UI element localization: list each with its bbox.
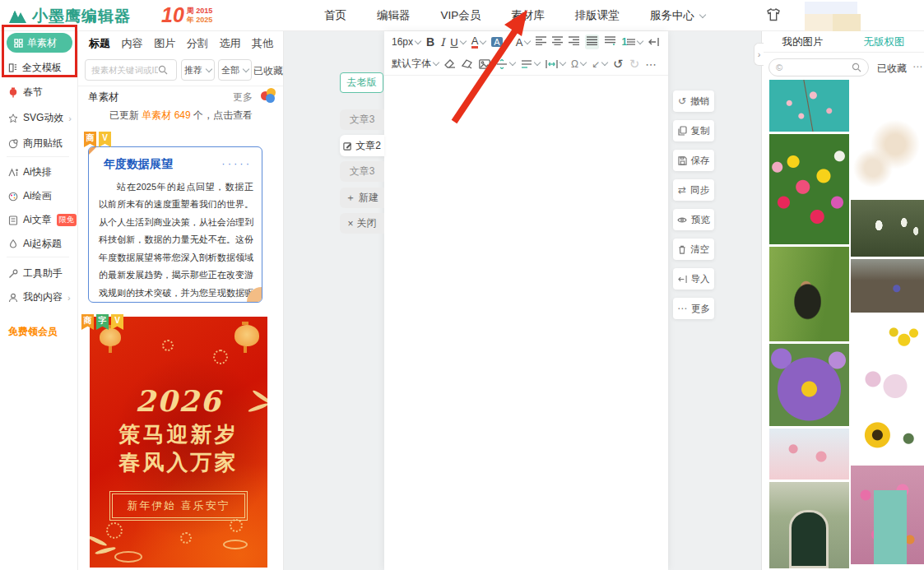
format-painter-icon[interactable]	[462, 59, 473, 69]
free-membership-link[interactable]: 免费领会员	[8, 325, 58, 339]
nav-vip[interactable]: VIP会员	[441, 8, 481, 23]
gallery-favorites-link[interactable]: 已收藏	[877, 62, 907, 76]
sidebar-item-spring-festival[interactable]: 春节	[8, 86, 43, 100]
background-color-button[interactable]: A	[491, 37, 509, 47]
nav-editor[interactable]: 编辑器	[377, 8, 411, 23]
letter-spacing-button[interactable]: A	[516, 36, 531, 49]
divider-insert-icon[interactable]	[496, 59, 515, 69]
gallery-image-magnolia-flowers[interactable]	[851, 363, 924, 410]
bold-button[interactable]: B	[426, 35, 434, 49]
font-family-select[interactable]: 默认字体	[392, 57, 439, 71]
eraser-icon[interactable]	[444, 59, 456, 69]
filter-all-dropdown[interactable]: 全部	[218, 59, 252, 81]
article-tab-1[interactable]: 文章3	[340, 109, 384, 130]
filter-recommend-dropdown[interactable]: 推荐	[181, 59, 215, 81]
gallery-image-man-lying-in-grass[interactable]	[769, 247, 849, 341]
gallery-image-green-door-with-ivy[interactable]	[769, 482, 849, 568]
material-search-input[interactable]	[86, 65, 158, 75]
update-notice[interactable]: 已更新 单素材 649 个，点击查看	[78, 109, 284, 123]
corner-arrow-icon[interactable]: ↙	[592, 58, 607, 70]
nav-material-library[interactable]: 素材库	[511, 8, 545, 23]
redo-icon[interactable]: ↻	[629, 57, 640, 72]
highlight-lamp-icon[interactable]: Ω	[571, 58, 586, 70]
gallery-image-yellow-flower-branch[interactable]	[851, 315, 924, 360]
margin-spacing-icon[interactable]	[546, 59, 565, 69]
close-tab-button[interactable]: ×关闭	[340, 213, 384, 234]
align-right-button[interactable]	[569, 36, 579, 48]
legacy-version-button[interactable]: 去老版	[340, 72, 383, 93]
sidebar-item-single-material[interactable]: 单素材	[7, 33, 72, 53]
font-color-button[interactable]: A	[471, 36, 486, 49]
sidebar-item-ai-article[interactable]: Ai文章 限免	[8, 213, 77, 227]
gallery-image-purple-primrose[interactable]	[769, 344, 849, 426]
tab-title[interactable]: 标题	[89, 36, 110, 51]
sync-button[interactable]: ⇄同步	[673, 179, 714, 201]
sidebar-item-full-template[interactable]: 全文模板	[8, 61, 62, 75]
material-card-annual-outlook[interactable]: 年度数据展望 ····· 站在2025年的起点回望，数据正以前所未有的速度重塑着…	[88, 146, 262, 303]
underline-button[interactable]: U	[450, 36, 465, 49]
material-search-box[interactable]	[85, 59, 177, 81]
insert-image-icon[interactable]	[479, 59, 490, 69]
align-center-button[interactable]	[552, 36, 563, 48]
undo-icon[interactable]: ↺	[613, 57, 624, 72]
more-tools-button[interactable]: ⋯更多	[673, 298, 714, 319]
font-size-select[interactable]: 16px	[392, 36, 420, 48]
indent-button[interactable]	[648, 37, 659, 47]
list-style-icon[interactable]	[521, 59, 540, 69]
gallery-image-cherry-blossom-teal-sky[interactable]	[769, 80, 849, 132]
gallery-image-snowdrop-flowers[interactable]	[851, 200, 924, 257]
shirt-icon[interactable]	[765, 7, 782, 26]
sidebar-item-stickers[interactable]: 商用贴纸	[8, 137, 63, 151]
tab-divider[interactable]: 分割	[187, 36, 208, 51]
nav-service-center[interactable]: 服务中心	[650, 8, 705, 23]
gallery-image-pink-blossom-teal-door[interactable]	[851, 466, 924, 564]
app-logo[interactable]: 小墨鹰编辑器	[8, 6, 131, 27]
gallery-image-sunflower[interactable]	[851, 412, 924, 463]
editor-canvas[interactable]	[384, 76, 668, 570]
star-badge-icon	[8, 114, 18, 123]
sidebar-item-ai-layout[interactable]: Ai快排	[8, 165, 52, 179]
search-icon[interactable]	[852, 63, 861, 72]
import-button[interactable]: 导入	[673, 268, 714, 290]
clear-button[interactable]: 清空	[673, 239, 714, 260]
sidebar-item-svg-effects[interactable]: SVG动效›	[8, 111, 72, 125]
gallery-image-pink-blossom-branches[interactable]	[769, 429, 849, 480]
gallery-image-ground-with-crocus[interactable]	[851, 259, 924, 313]
align-justify-button-active[interactable]	[585, 35, 599, 49]
article-tab-2-active[interactable]: 文章2	[340, 135, 384, 156]
nav-home[interactable]: 首页	[324, 8, 346, 23]
panel-collapse-handle[interactable]: ›	[754, 43, 764, 66]
palette-colors-icon[interactable]	[261, 88, 276, 103]
nav-layout-class[interactable]: 排版课堂	[575, 8, 620, 23]
tab-my-images[interactable]: 我的图片	[762, 31, 843, 52]
save-button[interactable]: 保存	[673, 150, 714, 171]
tab-selected[interactable]: 选用	[219, 36, 240, 51]
sidebar-item-ai-title[interactable]: Ai起标题	[8, 237, 62, 251]
new-tab-button[interactable]: ＋新建	[340, 188, 384, 208]
gallery-more-icon[interactable]: ⋯	[912, 61, 922, 72]
tab-image[interactable]: 图片	[154, 36, 175, 51]
italic-button[interactable]: I	[440, 36, 444, 49]
gallery-image-colorful-tulips[interactable]	[769, 134, 849, 244]
sidebar-item-my-content[interactable]: 我的内容›	[8, 290, 71, 304]
align-dispersed-button[interactable]	[605, 36, 615, 48]
more-link[interactable]: 更多	[233, 90, 253, 104]
sidebar-item-ai-painting[interactable]: Ai绘画	[8, 189, 52, 203]
search-icon[interactable]	[158, 65, 168, 75]
toolbar-more-icon[interactable]: ⋯	[645, 58, 657, 71]
line-height-button[interactable]: 1	[621, 36, 643, 48]
undo-button[interactable]: ↺撤销	[673, 90, 714, 112]
article-tab-3[interactable]: 文章3	[340, 161, 384, 182]
material-card-new-year-poster[interactable]: 2026 策马迎新岁 春风入万家 新年伊始 喜乐安宁	[90, 317, 267, 568]
sidebar-item-tool-assistant[interactable]: 工具助手	[8, 266, 63, 280]
gallery-image-warm-blossom-tree[interactable]	[851, 80, 924, 197]
align-left-button[interactable]	[536, 36, 546, 48]
copy-button[interactable]: 复制	[673, 120, 714, 141]
tab-other[interactable]: 其他	[252, 36, 273, 51]
tab-content[interactable]: 内容	[122, 36, 143, 51]
gallery-search-box[interactable]: ©	[768, 58, 869, 76]
preview-button[interactable]: 预览	[673, 209, 714, 230]
favorites-filter[interactable]: 已收藏	[253, 64, 283, 78]
tab-copyright-free[interactable]: 无版权图	[843, 31, 924, 52]
template-icon	[8, 63, 17, 72]
